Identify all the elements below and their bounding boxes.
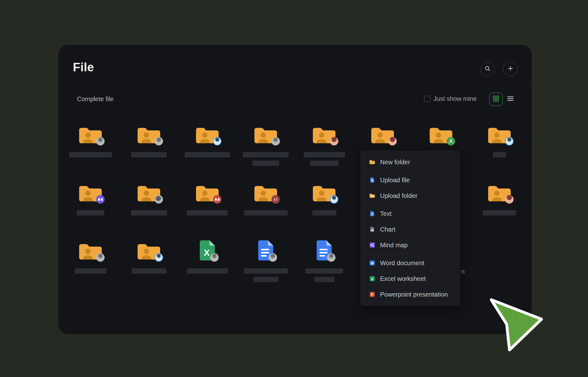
file-item[interactable] xyxy=(238,239,293,282)
folder-icon xyxy=(63,181,118,203)
file-name-placeholder-group xyxy=(180,268,235,274)
file-item[interactable]: X xyxy=(180,239,235,274)
file-name-placeholder xyxy=(314,277,335,282)
folder-icon xyxy=(180,123,235,145)
file-name-placeholder xyxy=(305,268,343,274)
file-name-placeholder xyxy=(132,268,166,274)
menu-item-label: Upload file xyxy=(380,177,410,184)
file-name-placeholder xyxy=(69,152,112,157)
menu-item-label: Excel worksheet xyxy=(380,275,426,282)
file-name-placeholder xyxy=(244,210,288,216)
folder-item[interactable] xyxy=(297,181,352,216)
doc-icon xyxy=(297,239,352,261)
folder-item[interactable] xyxy=(180,123,235,157)
folder-item[interactable] xyxy=(297,123,352,166)
file-name-placeholder xyxy=(310,161,339,166)
folder-icon xyxy=(63,123,118,145)
excel-icon: X xyxy=(180,239,235,261)
menu-item-label: Text xyxy=(380,210,392,217)
occluded-filename-text: n xyxy=(461,268,465,275)
text-file-icon xyxy=(369,210,375,217)
menu-item-text[interactable]: Text xyxy=(361,206,460,221)
file-name-placeholder-group xyxy=(238,210,293,216)
folder-item[interactable] xyxy=(121,181,177,216)
owner-avatar xyxy=(210,253,219,262)
shared-person-icon xyxy=(447,137,455,145)
menu-item-label: Word document xyxy=(380,260,424,267)
owner-avatar xyxy=(505,195,514,204)
menu-item-excel-worksheet[interactable]: xExcel worksheet xyxy=(361,271,460,287)
folder-item[interactable] xyxy=(63,239,118,274)
file-name-placeholder-group xyxy=(472,152,527,157)
owner-avatar xyxy=(155,195,163,204)
app-window: File Complete file Just show mine xyxy=(58,45,532,334)
owner-avatar: LI xyxy=(271,195,280,204)
menu-item-word-document[interactable]: WWord document xyxy=(361,255,460,271)
file-name-placeholder-group xyxy=(121,152,177,157)
folder-icon: LI xyxy=(238,181,293,203)
folder-icon xyxy=(238,123,293,145)
owner-avatar xyxy=(327,253,335,262)
mindmap-file-icon xyxy=(369,242,375,248)
menu-item-mind-map[interactable]: Mind map xyxy=(361,237,460,253)
folder-item[interactable] xyxy=(413,123,469,152)
menu-item-label: New folder xyxy=(380,159,410,166)
menu-item-upload-file[interactable]: Upload file xyxy=(361,172,460,188)
file-name-placeholder xyxy=(493,152,506,157)
menu-item-powerpoint-presentation[interactable]: PPowerpoint presentation xyxy=(361,287,460,302)
excel-icon: x xyxy=(369,276,375,282)
folder-item[interactable] xyxy=(63,123,118,157)
folder-item[interactable] xyxy=(472,123,527,157)
owner-avatar xyxy=(155,253,163,262)
file-name-placeholder xyxy=(243,152,289,157)
owner-avatar xyxy=(330,195,338,204)
folder-icon xyxy=(472,123,527,145)
folder-item[interactable] xyxy=(63,181,118,216)
folder-icon xyxy=(121,123,177,145)
file-name-placeholder-group xyxy=(63,152,118,157)
owner-avatar xyxy=(96,195,105,204)
file-name-placeholder-group xyxy=(297,268,352,282)
word-icon: W xyxy=(369,260,375,266)
file-name-placeholder xyxy=(187,268,228,274)
menu-item-upload-folder[interactable]: Upload folder xyxy=(361,188,460,204)
folder-icon xyxy=(180,181,235,203)
ppt-icon: P xyxy=(369,291,375,298)
file-name-placeholder-group xyxy=(297,152,352,166)
file-grid: LI X xyxy=(58,45,532,334)
folder-item[interactable] xyxy=(472,181,527,216)
svg-text:W: W xyxy=(371,261,374,265)
folder-item[interactable] xyxy=(238,123,293,166)
file-name-placeholder xyxy=(187,210,228,216)
file-name-placeholder-group xyxy=(63,210,118,216)
file-name-placeholder-group xyxy=(180,152,235,157)
menu-item-label: Mind map xyxy=(380,242,408,249)
owner-avatar xyxy=(96,253,105,262)
file-name-placeholder-group xyxy=(297,210,352,216)
owner-avatar xyxy=(155,137,163,145)
menu-divider xyxy=(361,171,460,171)
file-name-placeholder-group xyxy=(180,210,235,216)
menu-item-new-folder[interactable]: New folder xyxy=(361,154,460,170)
folder-item[interactable] xyxy=(121,239,177,274)
pointer-cursor-icon xyxy=(489,297,545,354)
folder-item[interactable]: LI xyxy=(238,181,293,216)
folder-icon xyxy=(63,239,118,261)
folder-item[interactable] xyxy=(121,123,177,157)
file-name-placeholder-group xyxy=(238,268,293,282)
file-item[interactable] xyxy=(297,239,352,282)
menu-item-chart[interactable]: Chart xyxy=(361,221,460,237)
folder-icon xyxy=(297,181,352,203)
file-name-placeholder xyxy=(77,210,104,216)
file-name-placeholder xyxy=(253,277,278,282)
folder-icon xyxy=(121,181,177,203)
folder-icon xyxy=(355,123,410,145)
file-name-placeholder-group xyxy=(472,210,527,216)
owner-avatar xyxy=(269,253,277,262)
file-name-placeholder xyxy=(312,210,336,216)
file-name-placeholder-group xyxy=(238,152,293,166)
folder-item[interactable] xyxy=(355,123,410,152)
menu-item-label: Powerpoint presentation xyxy=(380,291,448,298)
folder-item[interactable] xyxy=(180,181,235,216)
upload-file-icon xyxy=(369,177,375,183)
